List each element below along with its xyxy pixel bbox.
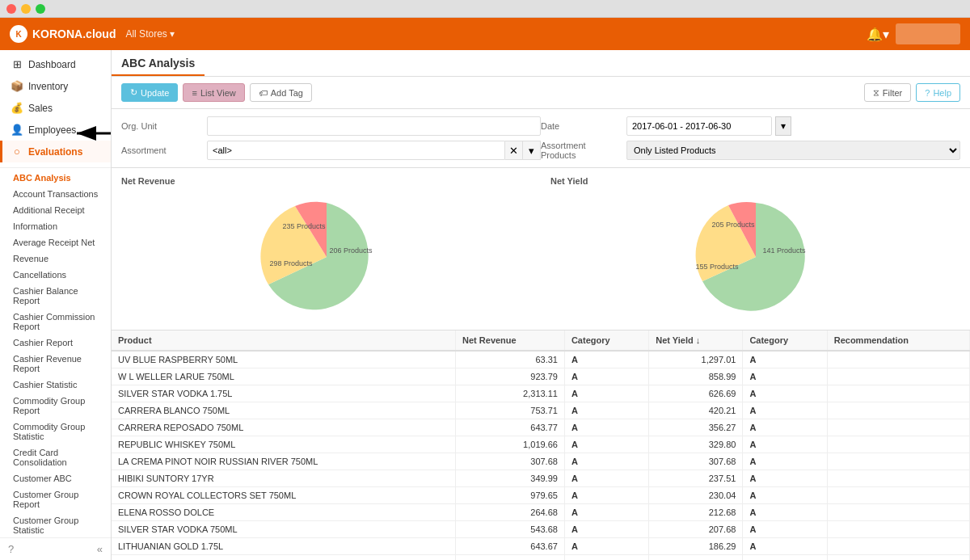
cell-net-yield: 307.68 xyxy=(649,453,743,470)
sidebar-sub-item-information[interactable]: Information xyxy=(0,218,111,234)
table-row: TEXAS SELECT CLUB 750ML 474.81 A 169.60 … xyxy=(112,555,970,561)
cell-rec xyxy=(827,453,969,470)
sidebar-sub-item-cashier-report[interactable]: Cashier Report xyxy=(0,335,111,351)
table-row: SILVER STAR VODKA 1.75L 2,313.11 A 626.6… xyxy=(112,385,970,402)
table-row: REPUBLIC WHISKEY 750ML 1,019.66 A 329.80… xyxy=(112,436,970,453)
table-row: LITHUANIAN GOLD 1.75L 643.67 A 186.29 A xyxy=(112,538,970,555)
cell-rec xyxy=(827,470,969,487)
collapse-icon[interactable]: « xyxy=(97,543,103,555)
data-table: Product Net Revenue Category Net Yield ↓… xyxy=(112,331,970,560)
sidebar-sub-item-credit-card-consolidation[interactable]: Credit Card Consolidation xyxy=(0,444,111,470)
inventory-icon: 📦 xyxy=(11,80,23,92)
sidebar-item-evaluations[interactable]: ○ Evaluations xyxy=(0,141,111,162)
sidebar-sub-item-cashier-statistic[interactable]: Cashier Statistic xyxy=(0,377,111,393)
toolbar: ↻ Update ≡ List View 🏷 Add Tag ⧖ Filter xyxy=(112,77,970,109)
left-chart-title: Net Revenue xyxy=(121,176,531,186)
content-area: ABC Analysis ↻ Update ≡ List View 🏷 Add … xyxy=(112,50,970,560)
table-body: UV BLUE RASPBERRY 50ML 63.31 A 1,297.01 … xyxy=(112,351,970,560)
cell-rec xyxy=(827,521,969,538)
cell-product: UV BLUE RASPBERRY 50ML xyxy=(112,351,456,368)
notifications-button[interactable]: 🔔▾ xyxy=(867,27,889,42)
cell-net-yield: 207.68 xyxy=(649,521,743,538)
logo-icon: K xyxy=(10,25,27,43)
cell-net-yield: 186.29 xyxy=(649,538,743,555)
sidebar-footer: ? « xyxy=(0,537,111,560)
sidebar-sub-item-customer-group-statistic[interactable]: Customer Group Statistic xyxy=(0,512,111,538)
table-row: HIBIKI SUNTORY 17YR 349.99 A 237.51 A xyxy=(112,470,970,487)
svg-text:155 Products: 155 Products xyxy=(695,263,739,271)
sidebar-item-dashboard[interactable]: ⊞ Dashboard xyxy=(0,53,111,75)
filters-row: Org. Unit Date ▾ Assortment ✕ ▾ Assor xyxy=(112,109,970,168)
sales-icon: 💰 xyxy=(11,102,23,114)
sidebar-item-sales[interactable]: 💰 Sales xyxy=(0,97,111,119)
logo-text: KORONA.cloud xyxy=(32,27,116,40)
sidebar-sub-item-customer-group-report[interactable]: Customer Group Report xyxy=(0,486,111,512)
table-row: LA CREMA PINOT NOIR RUSSIAN RIVER 750ML … xyxy=(112,453,970,470)
cell-rec xyxy=(827,555,969,561)
cell-rec xyxy=(827,402,969,419)
sidebar-sub-item-abc-analysis[interactable]: ABC Analysis xyxy=(0,170,111,186)
cell-product: SILVER STAR VODKA 1.75L xyxy=(112,385,456,402)
col-net-yield[interactable]: Net Yield ↓ xyxy=(649,331,743,351)
user-button[interactable] xyxy=(896,23,960,44)
sidebar-item-employees[interactable]: 👤 Employees xyxy=(0,119,111,141)
sidebar-sub-item-cashier-revenue-report[interactable]: Cashier Revenue Report xyxy=(0,351,111,377)
sidebar-sub-item-customer-abc[interactable]: Customer ABC xyxy=(0,470,111,486)
help-button[interactable]: ? Help xyxy=(916,83,960,102)
update-button[interactable]: ↻ Update xyxy=(121,83,178,102)
close-button[interactable] xyxy=(6,4,16,14)
cell-product: CROWN ROYAL COLLECTORS SET 750ML xyxy=(112,487,456,504)
cell-net-yield: 420.21 xyxy=(649,402,743,419)
sidebar-sub-item-average-receipt-net[interactable]: Average Receipt Net xyxy=(0,234,111,251)
maximize-button[interactable] xyxy=(36,4,45,14)
sidebar-sub-item-cashier-commission-report[interactable]: Cashier Commission Report xyxy=(0,309,111,335)
cell-rec xyxy=(827,351,969,368)
sidebar-item-inventory[interactable]: 📦 Inventory xyxy=(0,75,111,97)
cell-product: CARRERA BLANCO 750ML xyxy=(112,402,456,419)
cell-net-revenue: 1,019.66 xyxy=(456,436,565,453)
left-chart-panel: Net Revenue 206 Products 298 Products 23… xyxy=(112,168,541,330)
cell-cat2: A xyxy=(743,351,827,368)
evaluations-icon: ○ xyxy=(11,145,23,158)
assortment-input[interactable] xyxy=(207,141,505,160)
minimize-button[interactable] xyxy=(21,4,31,14)
cell-net-revenue: 923.79 xyxy=(456,368,565,385)
cell-cat1: A xyxy=(564,351,648,368)
sidebar-sub-item-additional-receipt[interactable]: Additional Receipt xyxy=(0,202,111,218)
cell-cat1: A xyxy=(564,368,648,385)
cell-cat2: A xyxy=(743,385,827,402)
help-icon[interactable]: ? xyxy=(8,543,14,555)
date-group: Date ▾ xyxy=(541,114,960,138)
cell-net-revenue: 979.65 xyxy=(456,487,565,504)
tag-icon: 🏷 xyxy=(259,88,268,98)
col-net-revenue[interactable]: Net Revenue xyxy=(456,331,565,351)
cell-cat2: A xyxy=(743,402,827,419)
sidebar-subitems: ABC AnalysisAccount TransactionsAddition… xyxy=(0,170,111,560)
table-row: SILVER STAR VODKA 750ML 543.68 A 207.68 … xyxy=(112,521,970,538)
sidebar-sub-item-commodity-group-report[interactable]: Commodity Group Report xyxy=(0,393,111,419)
assortment-products-select[interactable]: Only Listed Products All Products xyxy=(626,141,960,160)
header-row: Product Net Revenue Category Net Yield ↓… xyxy=(112,331,970,351)
top-nav: K KORONA.cloud All Stores ▾ 🔔▾ xyxy=(0,18,970,50)
table-row: ELENA ROSSO DOLCE 264.68 A 212.68 A xyxy=(112,504,970,521)
sidebar-sub-item-cashier-balance-report[interactable]: Cashier Balance Report xyxy=(0,283,111,309)
org-unit-input[interactable] xyxy=(207,116,541,136)
cell-product: LA CREMA PINOT NOIR RUSSIAN RIVER 750ML xyxy=(112,453,456,470)
assortment-dropdown-btn[interactable]: ▾ xyxy=(523,141,541,160)
listview-button[interactable]: ≡ List View xyxy=(183,83,244,102)
store-selector[interactable]: All Stores ▾ xyxy=(125,28,175,40)
right-chart-title: Net Yield xyxy=(550,176,960,186)
sidebar-sub-item-account-transactions[interactable]: Account Transactions xyxy=(0,186,111,202)
svg-text:206 Products: 206 Products xyxy=(329,246,373,255)
col-category2: Category xyxy=(743,331,827,351)
assortment-clear-btn[interactable]: ✕ xyxy=(505,141,523,160)
sidebar-sub-item-cancellations[interactable]: Cancellations xyxy=(0,267,111,283)
sidebar-sub-item-revenue[interactable]: Revenue xyxy=(0,251,111,267)
filter-button[interactable]: ⧖ Filter xyxy=(864,83,911,102)
sidebar-sub-item-commodity-group-statistic[interactable]: Commodity Group Statistic xyxy=(0,419,111,444)
addtag-button[interactable]: 🏷 Add Tag xyxy=(250,83,312,102)
date-dropdown[interactable]: ▾ xyxy=(775,116,791,136)
sidebar-label-dashboard: Dashboard xyxy=(28,59,76,70)
date-input[interactable] xyxy=(626,116,772,136)
list-icon: ≡ xyxy=(192,88,196,98)
